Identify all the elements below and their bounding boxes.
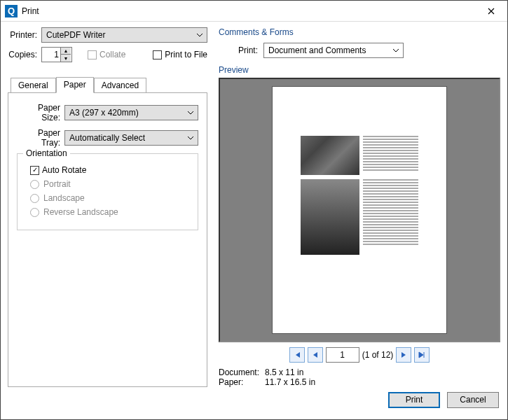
next-page-icon: [399, 351, 408, 359]
landscape-label: Landscape: [43, 193, 85, 203]
dialog-footer: Print Cancel: [1, 387, 507, 419]
page-total: (1 of 12): [362, 350, 394, 360]
preview-nav: (1 of 12): [219, 345, 500, 365]
titlebar: Q Print: [1, 1, 507, 22]
app-icon: Q: [5, 5, 18, 18]
paper-info-label: Paper:: [219, 377, 265, 387]
chevron-down-icon: [187, 136, 194, 140]
tab-paper[interactable]: Paper: [56, 77, 94, 93]
comments-forms-title: Comments & Forms: [219, 27, 500, 37]
paper-tray-label: Paper Tray:: [17, 128, 60, 148]
cancel-button[interactable]: Cancel: [447, 392, 499, 408]
right-panel: Comments & Forms Print: Document and Com…: [219, 27, 500, 387]
tab-advanced[interactable]: Advanced: [94, 78, 146, 93]
collate-checkbox: [88, 50, 97, 59]
auto-rotate-checkbox[interactable]: [30, 166, 39, 175]
auto-rotate-label: Auto Rotate: [42, 165, 86, 175]
preview-page: [272, 86, 447, 334]
copies-label: Copies:: [8, 50, 37, 59]
print-to-file-checkbox[interactable]: [153, 50, 162, 59]
tab-panel-paper: Paper Size: A3 (297 x 420mm) Paper Tray:…: [8, 92, 207, 387]
document-value: 8.5 x 11 in: [265, 368, 303, 377]
landscape-radio: [30, 194, 39, 203]
reverse-landscape-radio: [30, 208, 39, 217]
paper-info-value: 11.7 x 16.5 in: [265, 377, 315, 387]
cf-print-select[interactable]: Document and Comments: [263, 43, 404, 58]
paper-size-label: Paper Size:: [17, 103, 60, 122]
left-panel: Printer: CutePDF Writer Copies: ▲ ▼: [8, 27, 207, 387]
chevron-down-icon: [196, 33, 203, 37]
preview-image-1: [301, 136, 359, 175]
tabs: General Paper Advanced: [8, 76, 207, 92]
prev-page-icon: [311, 351, 320, 359]
preview-info: Document: 8.5 x 11 in Paper: 11.7 x 16.5…: [219, 368, 500, 387]
window-title: Print: [22, 6, 475, 16]
nav-prev-button[interactable]: [308, 347, 323, 363]
orientation-group: Orientation Auto Rotate Portrait Landsca…: [17, 153, 198, 230]
print-to-file-label: Print to File: [165, 50, 207, 59]
copies-stepper[interactable]: ▲ ▼: [41, 47, 72, 62]
copies-input[interactable]: [42, 49, 60, 60]
print-button[interactable]: Print: [388, 392, 440, 408]
paper-tray-value: Automatically Select: [69, 133, 145, 143]
nav-first-button[interactable]: [289, 347, 305, 363]
nav-next-button[interactable]: [396, 347, 411, 363]
document-label: Document:: [219, 368, 265, 377]
preview-title: Preview: [219, 65, 500, 75]
paper-tray-select[interactable]: Automatically Select: [64, 130, 198, 146]
reverse-landscape-label: Reverse Landscape: [43, 207, 118, 217]
nav-last-button[interactable]: [414, 347, 430, 363]
preview-area: [219, 78, 500, 342]
copies-down[interactable]: ▼: [61, 55, 71, 62]
paper-size-value: A3 (297 x 420mm): [69, 108, 139, 118]
copies-up[interactable]: ▲: [61, 48, 71, 55]
portrait-label: Portrait: [43, 179, 71, 189]
chevron-down-icon: [392, 48, 399, 52]
collate-label: Collate: [99, 50, 125, 59]
printer-select[interactable]: CutePDF Writer: [41, 27, 207, 43]
cf-print-label: Print:: [238, 46, 258, 55]
page-number-input[interactable]: [326, 347, 359, 363]
printer-value: CutePDF Writer: [46, 30, 105, 40]
printer-label: Printer:: [8, 30, 37, 40]
orientation-legend: Orientation: [23, 148, 70, 158]
chevron-down-icon: [187, 111, 194, 115]
tab-general[interactable]: General: [11, 78, 56, 93]
cf-print-value: Document and Comments: [268, 46, 366, 55]
close-button[interactable]: [475, 1, 507, 22]
last-page-icon: [418, 351, 426, 359]
preview-image-2: [301, 179, 359, 255]
portrait-radio: [30, 180, 39, 189]
print-dialog: Q Print Printer: CutePDF Writer Copies:: [0, 0, 508, 420]
close-icon: [488, 8, 495, 15]
paper-size-select[interactable]: A3 (297 x 420mm): [64, 105, 198, 120]
first-page-icon: [293, 351, 301, 359]
